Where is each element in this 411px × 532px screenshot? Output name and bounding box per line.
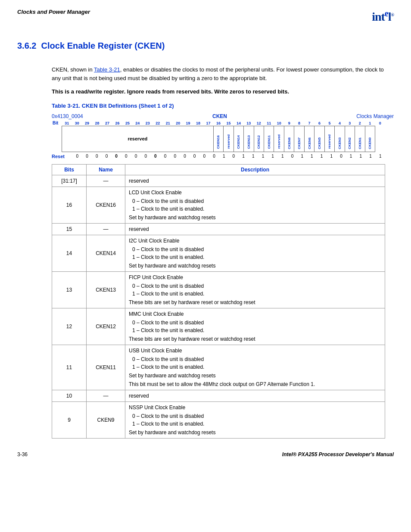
register-header: 0x4130_0004 CKEN Clocks Manager [52,113,394,119]
table-row: 14 CKEN14 I2C Unit Clock Enable 0 – Cloc… [52,235,385,271]
cken2-field: CKEN2 [345,126,355,152]
col-name: Name [87,164,125,175]
desc-note: Set by hardware and watchdog resets [129,214,381,221]
desc-cell: USB Unit Clock Enable 0 – Clock to the u… [125,345,385,390]
reset-label: Reset [52,154,69,159]
section-title: Clock Enable Register (CKEN) [41,41,165,50]
desc-cell: MMC Unit Clock Enable 0 – Clock to the u… [125,308,385,345]
col-bits: Bits [52,164,87,175]
desc-cell: NSSP Unit Clock Enable 0 – Clock to the … [125,401,385,438]
reserved-bit4-field: reserved [324,126,334,152]
bits-cell: 11 [52,345,87,390]
bits-cell: 16 [52,187,87,223]
register-address: 0x4130_0004 [52,113,83,119]
cken14-field: CKEN14 [234,126,243,152]
bold-note: This is a read/write register. Ignore re… [52,88,394,95]
desc-title: NSSP Unit Clock Enable [129,404,381,411]
page-header: Clocks and Power Manager intel® [17,9,394,24]
desc-item: 1 – Clock to the unit is enabled. [132,205,381,213]
cken12-field: CKEN12 [254,126,264,152]
cken16-field: CKEN16 [213,126,223,152]
desc-note: Set by hardware and watchdog resets [129,429,381,436]
table-row: 16 CKEN16 LCD Unit Clock Enable 0 – Cloc… [52,187,385,223]
cken3-field: CKEN3 [335,126,345,152]
cken6-field: CKEN6 [304,126,314,152]
table-row: 10 — reserved [52,390,385,401]
desc-item: 1 – Clock to the unit is enabled. [132,253,381,261]
footer-document-title: Intel® PXA255 Processor Developer's Manu… [282,451,394,457]
desc-title: FICP Unit Clock Enable [129,274,381,281]
desc-item: 0 – Clock to the unit is disabled [132,319,381,327]
bits-cell: 13 [52,271,87,308]
desc-item: 0 – Clock to the unit is disabled [132,412,381,420]
cken1-field: CKEN1 [355,126,365,152]
desc-cell: reserved [125,223,385,235]
table-row: 12 CKEN12 MMC Unit Clock Enable 0 – Cloc… [52,308,385,345]
desc-extra: This bit must be set to allow the 48Mhz … [129,380,381,388]
bit-fields-row: reserved CKEN16 reserved CKEN14 CKEN13 C… [52,126,385,152]
cken7-field: CKEN7 [294,126,304,152]
reserved-bit15-field: reserved [224,126,234,152]
page-footer: 3-36 Intel® PXA255 Processor Developer's… [17,451,394,457]
table-row: 11 CKEN11 USB Unit Clock Enable 0 – Cloc… [52,345,385,390]
desc-item: 0 – Clock to the unit is disabled [132,355,381,363]
desc-note: Set by hardware and watchdog resets [129,262,381,270]
footer-page-number: 3-36 [17,451,28,457]
cken5-field: CKEN5 [314,126,324,152]
col-description: Description [125,164,385,175]
name-cell: CKEN13 [87,271,125,308]
bit-diagram-table: Bit 31302928 27262524 23222120 19181716 … [52,120,385,152]
bits-cell: 15 [52,223,87,235]
desc-note: Set by hardware and watchdog resets [129,372,381,380]
table-title: Table 3-21. CKEN Bit Definitions (Sheet … [52,103,394,109]
bits-cell: 14 [52,235,87,271]
reset-row: Reset 0 0 0 0 0 0 0 0 0 0 0 0 0 0 0 1 0 … [52,154,385,159]
table-header-row: Bits Name Description [52,164,385,175]
name-cell: — [87,390,125,401]
cken8-field: CKEN8 [284,126,294,152]
main-table: Bits Name Description [31:17] — reserved… [52,164,385,439]
desc-cell: I2C Unit Clock Enable 0 – Clock to the u… [125,235,385,271]
name-cell: CKEN9 [87,401,125,438]
table-row: 13 CKEN13 FICP Unit Clock Enable 0 – Clo… [52,271,385,308]
desc-cell: reserved [125,175,385,187]
desc-title: LCD Unit Clock Enable [129,189,381,196]
body-text: CKEN, shown in Table 3-21, enables or di… [52,65,388,82]
bit-diagram-container: Bit 31302928 27262524 23222120 19181716 … [52,120,385,152]
cken13-field: CKEN13 [244,126,254,152]
desc-title: USB Unit Clock Enable [129,347,381,355]
bits-cell: 10 [52,390,87,401]
desc-item: 1 – Clock to the unit is enabled. [132,290,381,298]
desc-item: 0 – Clock to the unit is disabled [132,246,381,253]
desc-item: 1 – Clock to the unit is enabled. [132,420,381,428]
name-cell: CKEN14 [87,235,125,271]
cken0-field: CKEN0 [365,126,375,152]
desc-cell: LCD Unit Clock Enable 0 – Clock to the u… [125,187,385,223]
name-cell: CKEN11 [87,345,125,390]
section-heading: 3.6.2 Clock Enable Register (CKEN) [17,41,165,51]
reset-bits: 0 0 0 0 0 0 0 0 0 0 0 0 0 0 0 1 0 1 1 1 … [72,154,385,159]
desc-item: 0 – Clock to the unit is disabled [132,197,381,205]
register-name: CKEN [212,113,227,119]
name-cell: CKEN16 [87,187,125,223]
desc-item: 0 – Clock to the unit is disabled [132,282,381,290]
desc-item: 1 – Clock to the unit is enabled. [132,363,381,371]
table-row: [31:17] — reserved [52,175,385,187]
desc-cell: FICP Unit Clock Enable 0 – Clock to the … [125,271,385,308]
table-ref-link[interactable]: Table 3-21 [94,66,120,73]
table-row: 9 CKEN9 NSSP Unit Clock Enable 0 – Clock… [52,401,385,438]
section-number: 3.6.2 [17,41,36,50]
cken11-field: CKEN11 [264,126,274,152]
name-cell: CKEN12 [87,308,125,345]
desc-cell: reserved [125,390,385,401]
bits-cell: 12 [52,308,87,345]
header-title: Clocks and Power Manager [17,9,90,15]
reserved-bit10-field: reserved [274,126,284,152]
bit-number-row: Bit 31302928 27262524 23222120 19181716 … [52,120,385,126]
table-row: 15 — reserved [52,223,385,235]
desc-note: These bits are set by hardware reset or … [129,299,381,306]
desc-title: I2C Unit Clock Enable [129,237,381,245]
name-cell: — [87,223,125,235]
desc-note: These bits are set by hardware reset or … [129,335,381,343]
desc-item: 1 – Clock to the unit is enabled. [132,327,381,334]
